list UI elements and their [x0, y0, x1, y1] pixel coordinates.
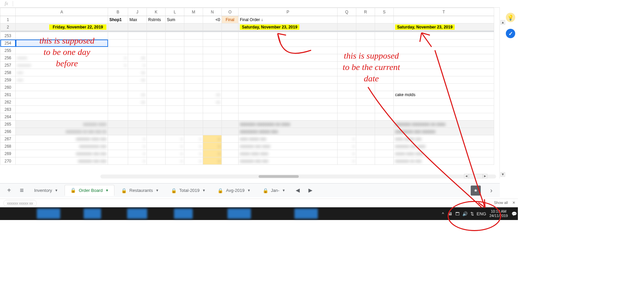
col-Q[interactable]: Q — [338, 8, 356, 16]
row-265[interactable]: 265xxxxxxx xxxxxxxxxxx xxxxxxxx xx xxxxx… — [0, 121, 494, 128]
col-L[interactable]: L — [166, 8, 184, 16]
row-254[interactable]: 254 — [0, 40, 494, 47]
row-258[interactable]: 258xxxxx — [0, 69, 494, 76]
col-N[interactable]: N — [203, 8, 222, 16]
cell-A1[interactable] — [16, 16, 108, 23]
col-O[interactable]: O — [222, 8, 239, 16]
download-chip[interactable]: xxxxxx xxxxx xx — [3, 200, 37, 207]
cell-A2-date[interactable]: Friday, November 22, 2019 — [49, 24, 106, 30]
select-all-corner[interactable] — [0, 8, 16, 16]
sheet-tab-label: Total-2019 — [179, 188, 200, 193]
sheet-tab-order-board[interactable]: 🔒Order Board▼ — [65, 185, 114, 196]
tray-notifications-icon[interactable]: 💬 — [511, 211, 518, 216]
side-panel-toggle[interactable]: › — [482, 187, 496, 194]
tray-language[interactable]: ENG — [476, 211, 487, 216]
lock-icon: 🔒 — [121, 188, 127, 193]
row-263[interactable]: 263 — [0, 106, 494, 113]
sheet-h-scroll-mini[interactable]: ◄ ► — [464, 174, 487, 178]
row-266[interactable]: 266xxxxxxxx xx xxx xxx xxxxxxxxxx xxxxx … — [0, 128, 494, 135]
add-sheet-button[interactable]: + — [3, 185, 15, 196]
downloads-show-all[interactable]: Show all — [494, 201, 508, 205]
system-tray[interactable]: ^ 🖥 🗔 🔊 ⇅ ENG 10:19 AM 24/11/2019 💬 — [439, 207, 518, 220]
row-header[interactable]: 1 — [0, 16, 16, 23]
lock-icon: 🔒 — [171, 188, 177, 193]
cell-P2-date[interactable]: Saturday, November 23, 2019 — [240, 24, 299, 30]
cell-B1[interactable]: Shop1 — [108, 16, 128, 23]
col-J[interactable]: J — [128, 8, 147, 16]
column-header-row[interactable]: A B J K L M N O P Q R S T — [0, 8, 494, 16]
caret-down-icon: ▼ — [55, 189, 58, 192]
row-2[interactable]: 2 Friday, November 22, 2019 Saturday, No… — [0, 23, 494, 31]
cell-O1[interactable]: Final — [222, 16, 239, 23]
tray-volume-icon[interactable]: 🔊 — [461, 211, 469, 216]
horizontal-scrollbar[interactable] — [100, 174, 496, 178]
row-269[interactable]: 269xxxxxxxx xxx xxxxxxxxxxxx xxxx xxxxxx… — [0, 150, 494, 157]
cell-B2[interactable] — [108, 23, 128, 31]
sheet-tab-label: Avg-2019 — [226, 188, 244, 193]
cell-J1[interactable]: Max — [128, 16, 147, 23]
cell-T261[interactable]: cake molds — [394, 91, 494, 98]
cell-T1[interactable] — [394, 16, 494, 23]
explore-lightbulb-icon[interactable]: 💡 — [506, 13, 515, 22]
h-scroll-right-icon[interactable]: ► — [483, 174, 487, 178]
cell-S1[interactable] — [375, 16, 394, 23]
col-T[interactable]: T — [394, 8, 494, 16]
cell-N1[interactable]: <0 — [203, 16, 222, 23]
cell-Q1[interactable] — [338, 16, 356, 23]
cell-P1[interactable]: Final Order ↓ — [239, 16, 338, 23]
col-P[interactable]: P — [239, 8, 338, 16]
row-1[interactable]: 1 Shop1 Max Rstrnts Sum <0 Final Final O… — [0, 16, 494, 23]
cell-T2-date[interactable]: Saturday, November 23, 2019 — [395, 24, 455, 30]
col-R[interactable]: R — [356, 8, 375, 16]
h-scroll-thumb[interactable] — [259, 175, 299, 178]
cell-M1[interactable] — [184, 16, 203, 23]
lock-icon: 🔒 — [263, 188, 268, 193]
tabs-scroll-right[interactable]: ► — [305, 185, 316, 196]
row-270[interactable]: 270xxxxxxx xxx xxxxxxxxxxxxxx xxx xxxxxx… — [0, 157, 494, 165]
cell-K1[interactable]: Rstrnts — [147, 16, 166, 23]
row-264[interactable]: 264 — [0, 113, 494, 121]
v-scroll-up-icon[interactable]: ▲ — [500, 20, 505, 25]
vertical-scrollbar[interactable]: ▲ ▼ — [500, 20, 505, 177]
row-253[interactable]: 253 — [0, 32, 494, 40]
row-267[interactable]: 267xxxxxxx xxxx xxxxxxxxxxx xxxxx xxxxxx… — [0, 135, 494, 143]
tray-network-icon[interactable]: ⇅ — [469, 211, 476, 216]
sheet-tab-jan-[interactable]: 🔒Jan-▼ — [257, 185, 291, 196]
sheet-tab-restaurants[interactable]: 🔒Restaurants▼ — [116, 185, 164, 196]
row-255[interactable]: 255 — [0, 47, 494, 54]
row-256[interactable]: 256xxxxxxxx — [0, 54, 494, 62]
col-M[interactable]: M — [184, 8, 203, 16]
formula-bar[interactable]: fx — [0, 0, 500, 8]
spreadsheet-grid[interactable]: A B J K L M N O P Q R S T 1 Shop1 Max Rs… — [0, 8, 500, 178]
downloads-close-icon[interactable]: × — [513, 200, 515, 205]
v-scroll-down-icon[interactable]: ▼ — [500, 172, 505, 177]
col-B[interactable]: B — [108, 8, 128, 16]
cell-R1[interactable] — [356, 16, 375, 23]
menu-icon: ≡ — [20, 187, 24, 194]
tray-battery-icon[interactable]: 🗔 — [454, 211, 461, 216]
sheet-tab-inventory[interactable]: Inventory▼ — [29, 185, 63, 196]
windows-taskbar[interactable]: ^ 🖥 🗔 🔊 ⇅ ENG 10:19 AM 24/11/2019 💬 — [0, 207, 518, 220]
explore-button[interactable]: ★ — [471, 186, 481, 196]
row-268[interactable]: 268xxxxxxxxxx xxxxxxxxxxxxxx xxx xxxxxxx… — [0, 143, 494, 150]
active-cell-A254[interactable] — [16, 40, 108, 47]
row-257[interactable]: 257xxxxxxxxx — [0, 62, 494, 69]
row-header[interactable]: 2 — [0, 23, 16, 31]
row-260[interactable]: 260 — [0, 84, 494, 91]
sheet-tab-total-2019[interactable]: 🔒Total-2019▼ — [166, 185, 211, 196]
tray-display-icon[interactable]: 🖥 — [447, 211, 454, 216]
sheet-tab-avg-2019[interactable]: 🔒Avg-2019▼ — [212, 185, 256, 196]
col-S[interactable]: S — [375, 8, 394, 16]
col-K[interactable]: K — [147, 8, 166, 16]
cell-L1[interactable]: Sum — [166, 16, 184, 23]
status-check-icon[interactable]: ✓ — [506, 29, 515, 38]
h-scroll-left-icon[interactable]: ◄ — [464, 174, 469, 178]
row-261[interactable]: 261xxxxcake molds — [0, 91, 494, 98]
tray-clock[interactable]: 10:19 AM 24/11/2019 — [487, 209, 511, 218]
row-259[interactable]: 259xxxxx — [0, 76, 494, 84]
all-sheets-button[interactable]: ≡ — [16, 185, 27, 196]
tabs-scroll-left[interactable]: ◄ — [292, 185, 303, 196]
row-262[interactable]: 262xxxx — [0, 98, 494, 106]
tray-expand-icon[interactable]: ^ — [439, 211, 447, 216]
col-A[interactable]: A — [16, 8, 108, 16]
